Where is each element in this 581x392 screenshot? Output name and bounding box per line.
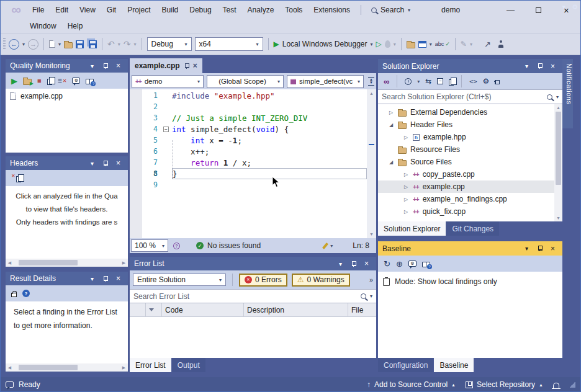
scrollbar-thumb[interactable]	[19, 365, 78, 370]
issues-indicator[interactable]: ✓ No issues found	[196, 241, 261, 250]
panel-menu-button[interactable]: ▾	[87, 61, 97, 71]
clear-headers-button[interactable]: ✕	[11, 174, 21, 182]
pending-changes-filter-button[interactable]	[405, 78, 412, 85]
close-button[interactable]: ×	[113, 158, 124, 168]
column-filter[interactable]	[146, 303, 162, 316]
redo-chevron-icon[interactable]: ▾	[134, 42, 137, 47]
pin-button[interactable]	[100, 158, 110, 168]
menu-extensions[interactable]: Extensions	[308, 4, 356, 16]
solution-platform-dropdown[interactable]: x64 ▾	[195, 37, 263, 51]
scroll-down-icon[interactable]: ▼	[369, 232, 374, 236]
tab-solution-explorer[interactable]: Solution Explorer	[378, 221, 446, 236]
error-list-titlebar[interactable]: Error List ▾ ×	[130, 257, 376, 270]
back-history-chevron-icon[interactable]: ▾	[22, 42, 25, 47]
tab-git-changes[interactable]: Git Changes	[446, 221, 499, 236]
maximize-button[interactable]	[525, 1, 552, 19]
tree-item-external-dependencies[interactable]: ▷External Dependencies	[378, 106, 562, 118]
select-repository-button[interactable]: Select Repository ▲	[466, 380, 543, 389]
navigate-back-button[interactable]: ←	[9, 39, 19, 50]
column-description[interactable]: Description	[244, 303, 348, 316]
tab-output[interactable]: Output	[172, 358, 205, 372]
pin-icon[interactable]	[184, 63, 189, 69]
column-file[interactable]: File	[348, 303, 376, 316]
help-button[interactable]: ?	[86, 78, 94, 84]
solution-explorer-titlebar[interactable]: Solution Explorer ▾ ×	[378, 59, 562, 73]
panel-menu-button[interactable]: ▾	[335, 259, 346, 269]
switch-views-button[interactable]: ∞	[384, 77, 389, 86]
panel-menu-button[interactable]: ▾	[87, 274, 97, 283]
tree-item-copy-paste-cpp[interactable]: ▷++copy_paste.cpp	[378, 168, 562, 180]
find-in-files-button[interactable]	[407, 40, 415, 48]
close-button[interactable]: ×	[547, 61, 558, 71]
pin-button[interactable]	[534, 244, 545, 254]
scope-dropdown[interactable]: (Global Scope) ▾	[207, 75, 284, 88]
solution-configuration-dropdown[interactable]: Debug ▾	[147, 37, 192, 51]
clear-list-button[interactable]: ≡ ✕	[58, 76, 67, 85]
scroll-up-icon[interactable]: ▲	[556, 105, 561, 110]
tree-expander-icon[interactable]: ▷	[388, 110, 394, 115]
menu-tools[interactable]: Tools	[279, 4, 308, 16]
fold-collapse-icon[interactable]: −	[163, 127, 169, 132]
scrollbar-thumb[interactable]	[556, 112, 561, 185]
solution-explorer-shortcut-button[interactable]	[418, 41, 426, 48]
close-button[interactable]: ×	[361, 259, 372, 269]
menu-help[interactable]: Help	[62, 20, 89, 32]
save-all-button[interactable]	[87, 40, 97, 48]
scroll-down-icon[interactable]: ▼	[556, 216, 561, 220]
menu-debug[interactable]: Debug	[184, 4, 217, 16]
result-details-hscrollbar[interactable]: ◀ ▶	[6, 363, 128, 372]
scroll-right-icon[interactable]: ▶	[120, 365, 128, 370]
tree-expander-icon[interactable]: ▷	[403, 197, 409, 202]
stop-analysis-button[interactable]: ■	[37, 77, 42, 84]
tree-item-example-no-findings-cpp[interactable]: ▷++example_no_findings.cpp	[378, 193, 562, 205]
refresh-baseline-button[interactable]: ↻	[384, 259, 390, 269]
add-to-source-control-button[interactable]: ↑ Add to Source Control ▲	[367, 380, 456, 389]
share-button[interactable]: ↗	[484, 40, 491, 49]
menu-view[interactable]: View	[74, 4, 101, 16]
lock-button[interactable]	[11, 290, 17, 297]
warnings-filter-button[interactable]: ⚠ 0 Warnings	[292, 274, 350, 287]
show-all-files-button[interactable]	[449, 78, 454, 86]
collapse-all-button[interactable]: −	[437, 78, 443, 84]
redo-button[interactable]: ↷	[124, 39, 131, 49]
tab-error-list[interactable]: Error List	[130, 358, 171, 372]
pin-button[interactable]	[100, 61, 110, 71]
panel-menu-button[interactable]: ▾	[521, 61, 532, 71]
solution-search-input[interactable]	[382, 92, 543, 101]
error-scope-dropdown[interactable]: Entire Solution ▾	[133, 274, 226, 286]
quality-monitoring-titlebar[interactable]: Quality Monitoring ▾ ×	[6, 59, 128, 73]
baseline-settings-button[interactable]: ⚙	[408, 261, 417, 267]
copy-results-button[interactable]	[47, 77, 52, 85]
tab-baseline[interactable]: Baseline	[434, 358, 474, 372]
save-button[interactable]	[76, 40, 84, 48]
comment-chevron-icon[interactable]: ▾	[470, 42, 472, 47]
tree-expander-icon[interactable]: ◢	[388, 159, 394, 165]
analyze-button[interactable]: ▶	[11, 76, 17, 86]
menu-analyze[interactable]: Analyze	[242, 4, 280, 16]
undo-chevron-icon[interactable]: ▾	[118, 42, 120, 47]
pin-button[interactable]	[100, 274, 110, 283]
start-debugging-button[interactable]: ▶ Local Windows Debugger ▾	[274, 40, 373, 48]
new-project-button[interactable]	[49, 40, 55, 48]
headers-hscrollbar[interactable]: ◀ ▶	[6, 259, 128, 267]
scroll-up-icon[interactable]: ▲	[369, 91, 374, 96]
view-code-button[interactable]: <>	[469, 78, 477, 85]
scroll-left-icon[interactable]: ◀	[6, 261, 14, 265]
editor-vscrollbar[interactable]: ▲ ▼	[367, 89, 376, 238]
help-button[interactable]: ?	[22, 290, 30, 297]
menu-edit[interactable]: Edit	[50, 4, 74, 16]
comment-button[interactable]: ✎	[461, 40, 467, 48]
feedback-bubble-icon[interactable]	[6, 381, 14, 388]
baseline-titlebar[interactable]: Baseline ▾ ×	[378, 241, 562, 256]
tree-expander-icon[interactable]: ▷	[403, 184, 409, 190]
split-editor-icon[interactable]: ▲ ▼	[368, 77, 374, 86]
project-dropdown[interactable]: ++ demo ▾	[132, 75, 204, 88]
preview-selected-items-button[interactable]	[495, 79, 499, 84]
code-cleanup-button[interactable]: ▾	[324, 243, 333, 249]
toolbar-drag-handle[interactable]	[3, 38, 6, 50]
feedback-button[interactable]	[498, 40, 504, 48]
chevron-down-icon[interactable]: ▾	[408, 7, 410, 13]
zoom-dropdown[interactable]: 100 % ▾	[131, 239, 168, 252]
new-file-chevron-icon[interactable]: ▾	[58, 42, 61, 47]
analyze-open-files-button[interactable]: ▶	[23, 77, 32, 85]
